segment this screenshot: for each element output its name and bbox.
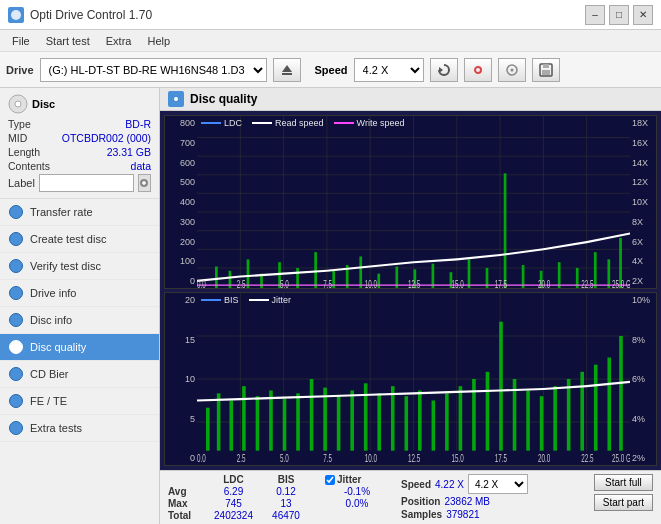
total-label: Total (168, 510, 206, 521)
sidebar-item-verify-test-disc[interactable]: Verify test disc (0, 253, 159, 280)
cd-bier-icon (8, 366, 24, 382)
svg-rect-85 (269, 390, 273, 450)
svg-rect-41 (359, 256, 362, 288)
disc-contents-label: Contents (8, 160, 50, 172)
svg-text:12.5: 12.5 (408, 278, 421, 288)
sidebar-item-disc-quality[interactable]: Disc quality (0, 334, 159, 361)
svg-rect-81 (217, 393, 221, 450)
speed-label: Speed (315, 64, 348, 76)
sidebar-item-create-test-disc[interactable]: Create test disc (0, 226, 159, 253)
drive-label: Drive (6, 64, 34, 76)
disc-icon (8, 94, 28, 114)
menu-help[interactable]: Help (139, 33, 178, 49)
disc-type-label: Type (8, 118, 31, 130)
svg-text:22.5: 22.5 (581, 278, 594, 288)
sidebar-item-cd-bier[interactable]: CD Bier (0, 361, 159, 388)
svg-rect-82 (229, 401, 233, 451)
svg-text:17.5: 17.5 (495, 278, 508, 288)
speed-select2[interactable]: 4.2 X (468, 474, 528, 494)
verify-test-disc-icon (8, 258, 24, 274)
svg-text:10.0: 10.0 (365, 278, 378, 288)
sidebar-item-extra-tests[interactable]: Extra tests (0, 415, 159, 442)
svg-rect-102 (499, 322, 503, 451)
svg-rect-80 (206, 408, 210, 451)
chart-bis-y-right: 10% 8% 6% 4% 2% (630, 293, 656, 465)
disc-length-row: Length 23.31 GB (8, 146, 151, 158)
chart-bis-main: BIS Jitter (197, 293, 630, 465)
svg-rect-9 (543, 64, 549, 68)
svg-rect-92 (364, 383, 368, 450)
svg-text:0.0: 0.0 (197, 278, 206, 288)
total-bis: 46470 (261, 510, 311, 521)
disc-mid-value: OTCBDR002 (000) (62, 132, 151, 144)
speed-select[interactable]: 4.2 X (354, 58, 424, 82)
max-bis: 13 (261, 498, 311, 509)
eject-button[interactable] (273, 58, 301, 82)
sidebar-item-disc-info[interactable]: Disc info (0, 307, 159, 334)
menu-file[interactable]: File (4, 33, 38, 49)
svg-rect-110 (607, 358, 611, 451)
svg-text:20.0: 20.0 (538, 453, 551, 465)
svg-point-0 (11, 10, 21, 20)
maximize-button[interactable]: □ (609, 5, 629, 25)
svg-rect-42 (377, 274, 380, 288)
titlebar: Opti Drive Control 1.70 – □ ✕ (0, 0, 661, 30)
svg-text:10.0: 10.0 (365, 453, 378, 465)
max-ldc: 745 (206, 498, 261, 509)
disc-mid-label: MID (8, 132, 27, 144)
chart-ldc-y-right: 18X 16X 14X 12X 10X 8X 6X 4X 2X (630, 116, 656, 288)
jitter-checkbox[interactable] (325, 475, 335, 485)
chart-bis: 20 15 10 5 0 BIS Jitter (164, 292, 657, 466)
disc-button[interactable] (498, 58, 526, 82)
start-part-button[interactable]: Start part (594, 494, 653, 511)
sidebar: Disc Type BD-R MID OTCBDR002 (000) Lengt… (0, 88, 160, 524)
refresh-button[interactable] (430, 58, 458, 82)
svg-text:2.5: 2.5 (237, 278, 246, 288)
fe-te-icon (8, 393, 24, 409)
svg-rect-94 (391, 386, 395, 451)
svg-rect-83 (242, 386, 246, 451)
sidebar-item-fe-te[interactable]: FE / TE (0, 388, 159, 415)
start-full-button[interactable]: Start full (594, 474, 653, 491)
svg-point-14 (174, 97, 178, 101)
svg-rect-87 (296, 393, 300, 450)
sidebar-item-drive-info[interactable]: Drive info (0, 280, 159, 307)
avg-label: Avg (168, 486, 206, 497)
menu-extra[interactable]: Extra (98, 33, 140, 49)
window-controls: – □ ✕ (585, 5, 653, 25)
disc-label-btn[interactable] (138, 174, 151, 192)
svg-rect-107 (567, 379, 571, 451)
svg-rect-108 (580, 372, 584, 451)
svg-rect-49 (504, 173, 507, 288)
ldc-header: LDC (206, 474, 261, 485)
chart-ldc-legend: LDC Read speed Write speed (201, 118, 404, 128)
svg-rect-55 (607, 259, 610, 288)
close-button[interactable]: ✕ (633, 5, 653, 25)
svg-text:15.0: 15.0 (451, 278, 464, 288)
svg-marker-3 (439, 67, 443, 73)
avg-ldc: 6.29 (206, 486, 261, 497)
disc-label-input[interactable] (39, 174, 134, 192)
nav-verify-test-disc-label: Verify test disc (30, 260, 101, 272)
svg-rect-47 (468, 259, 471, 288)
content-area: Disc quality 800 700 600 500 400 300 200… (160, 88, 661, 524)
svg-rect-88 (310, 379, 314, 451)
sidebar-item-transfer-rate[interactable]: Transfer rate (0, 199, 159, 226)
save-button[interactable] (532, 58, 560, 82)
bis-header: BIS (261, 474, 311, 485)
settings-button[interactable] (464, 58, 492, 82)
svg-rect-34 (247, 259, 250, 288)
jitter-header: Jitter (325, 474, 389, 485)
svg-rect-106 (553, 386, 557, 451)
disc-label-label: Label (8, 177, 35, 189)
sidebar-nav: Transfer rate Create test disc Verify te… (0, 199, 159, 524)
drive-select[interactable]: (G:) HL-DT-ST BD-RE WH16NS48 1.D3 (40, 58, 267, 82)
disc-quality-header: Disc quality (160, 88, 661, 111)
minimize-button[interactable]: – (585, 5, 605, 25)
position-value: 23862 MB (444, 496, 490, 507)
avg-bis: 0.12 (261, 486, 311, 497)
svg-rect-52 (558, 262, 561, 288)
menu-start-test[interactable]: Start test (38, 33, 98, 49)
disc-quality-title: Disc quality (190, 92, 257, 106)
app-title: Opti Drive Control 1.70 (30, 8, 152, 22)
